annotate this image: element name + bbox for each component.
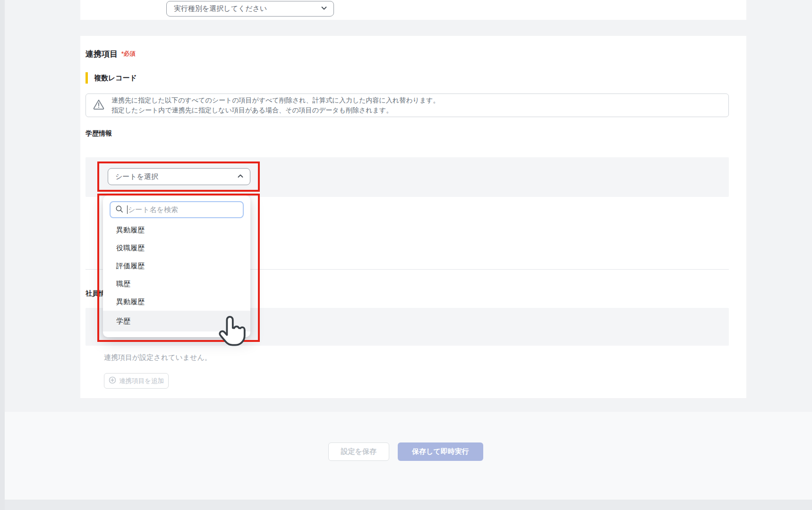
save-and-run-label: 保存して即時実行 [412, 447, 469, 456]
search-icon [115, 205, 123, 215]
left-gutter [0, 0, 5, 510]
execution-type-card: 実行種別を選択してください [80, 0, 746, 20]
record-type-heading: 複数レコード [85, 72, 137, 84]
required-badge: *必須 [121, 51, 136, 57]
execution-type-placeholder: 実行種別を選択してください [174, 4, 267, 13]
warning-text: 連携先に指定した以下のすべてのシートの項目がすべて削除され、計算式に入力した内容… [111, 95, 440, 115]
sheet-dropdown-item[interactable]: 異動履歴 [103, 221, 250, 239]
warning-line-2: 指定したシート内で連携先に指定しない項目がある場合、その項目のデータも削除されま… [111, 106, 393, 114]
add-link-item-button[interactable]: 連携項目を追加 [104, 373, 169, 389]
warning-triangle-icon [93, 98, 105, 112]
text-caret [127, 205, 128, 214]
sheet-dropdown-item[interactable]: 評価履歴 [103, 257, 250, 275]
search-placeholder: シート名を検索 [128, 205, 178, 214]
chevron-up-icon [237, 172, 244, 181]
sheet-dropdown-item[interactable]: 役職履歴 [103, 239, 250, 257]
sheet-select-placeholder: シートを選択 [115, 172, 158, 181]
record-type-label: 複数レコード [94, 74, 137, 83]
sheet-dropdown-item[interactable]: 学歴 [103, 311, 250, 332]
sheet-label-gakureki: 学歴情報 [85, 129, 112, 138]
sheet-select[interactable]: シートを選択 [108, 168, 250, 185]
sheet-dropdown-item[interactable]: 異動履歴 [103, 293, 250, 311]
sheet-dropdown: シート名を検索 異動履歴役職履歴評価履歴職歴異動履歴学歴 [103, 196, 250, 337]
save-settings-button[interactable]: 設定を保存 [328, 442, 389, 461]
section-title-text: 連携項目 [85, 50, 118, 59]
plus-circle-icon [109, 376, 116, 385]
warning-banner: 連携先に指定した以下のすべてのシートの項目がすべて削除され、計算式に入力した内容… [85, 94, 729, 117]
bottom-strip [0, 500, 812, 510]
execution-type-select[interactable]: 実行種別を選択してください [166, 1, 334, 17]
sheet-dropdown-item[interactable]: 職歴 [103, 275, 250, 293]
empty-items-message: 連携項目が設定されていません。 [104, 353, 212, 362]
save-settings-label: 設定を保存 [341, 447, 376, 456]
save-and-run-button[interactable]: 保存して即時実行 [398, 442, 483, 461]
section-title: 連携項目*必須 [85, 49, 136, 60]
add-link-item-label: 連携項目を追加 [119, 377, 164, 385]
chevron-down-icon [320, 4, 328, 13]
sheet-dropdown-list: 異動履歴役職履歴評価履歴職歴異動履歴学歴 [103, 221, 250, 332]
warning-line-1: 連携先に指定した以下のすべてのシートの項目がすべて削除され、計算式に入力した内容… [111, 96, 440, 104]
yellow-accent-bar [85, 72, 88, 84]
footer-area [0, 412, 812, 510]
sheet-search-input[interactable]: シート名を検索 [110, 201, 244, 218]
